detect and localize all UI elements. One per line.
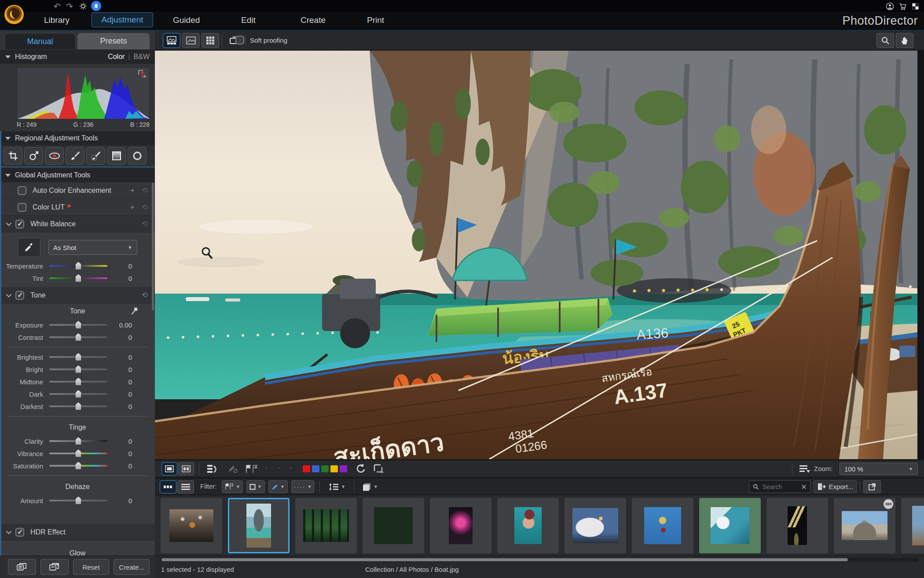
- thumbnail-neon-street[interactable]: [430, 498, 491, 553]
- hdr-effect-checkbox[interactable]: [15, 528, 24, 537]
- tone-header[interactable]: Tone ⟲: [0, 287, 155, 304]
- regional-tools-header[interactable]: Regional Adjustment Tools: [0, 131, 155, 145]
- color-tag-yellow[interactable]: [330, 465, 338, 472]
- tab-edit[interactable]: Edit: [241, 15, 256, 25]
- tab-print[interactable]: Print: [367, 15, 384, 25]
- grid-view-button[interactable]: [202, 33, 219, 48]
- reset-button[interactable]: Reset: [73, 559, 109, 575]
- tab-adjustment[interactable]: Adjustment: [92, 12, 153, 27]
- chevron-down-icon[interactable]: [6, 529, 12, 534]
- thumbnail-skateboarder[interactable]: [632, 498, 693, 553]
- slider-handle[interactable]: [76, 353, 81, 361]
- account-icon[interactable]: [884, 1, 895, 11]
- histogram-bw-toggle[interactable]: B&W: [134, 53, 150, 61]
- add-preset-icon[interactable]: +: [130, 203, 135, 212]
- slider-handle[interactable]: [76, 365, 81, 373]
- thumbnail-red-leaf[interactable]: [363, 498, 424, 553]
- collapse-triangle-icon[interactable]: [5, 174, 11, 177]
- viewer-with-filmstrip-button[interactable]: [163, 33, 180, 48]
- chevron-down-icon[interactable]: [6, 221, 12, 226]
- slider-handle[interactable]: [76, 437, 81, 445]
- apply-adjustments-list-icon[interactable]: [204, 462, 220, 475]
- color-lut-checkbox[interactable]: [18, 203, 26, 212]
- thumbnail-wave-green-tag[interactable]: [699, 498, 761, 553]
- thumbnail-rocket[interactable]: [565, 498, 626, 553]
- tab-library[interactable]: Library: [44, 15, 70, 25]
- notifications-bell-icon[interactable]: [91, 1, 101, 11]
- edit-pencil-icon[interactable]: [224, 462, 240, 475]
- flag-pick-reject-icon[interactable]: [244, 462, 260, 475]
- slider-handle[interactable]: [76, 274, 81, 282]
- tab-presets[interactable]: Presets: [77, 33, 150, 49]
- red-eye-tool-button[interactable]: [45, 147, 64, 165]
- search-input[interactable]: [762, 483, 799, 491]
- thumbnail-forest[interactable]: [295, 498, 357, 553]
- tone-checkbox[interactable]: [15, 291, 24, 300]
- scrollbar-thumb[interactable]: [161, 558, 848, 561]
- thumbnail-portrait[interactable]: [497, 498, 559, 553]
- display-options-icon[interactable]: [796, 462, 812, 475]
- zoom-tool-button[interactable]: [876, 33, 894, 48]
- panel-scrollbar[interactable]: [152, 183, 154, 310]
- thumbnail-view-button[interactable]: [160, 480, 176, 493]
- slider-handle[interactable]: [76, 378, 81, 385]
- clear-search-icon[interactable]: [801, 484, 807, 490]
- midtone-slider[interactable]: [49, 381, 107, 383]
- histogram-header[interactable]: Histogram Color | B&W: [0, 50, 155, 64]
- saturation-slider[interactable]: [49, 465, 107, 467]
- copy-adjustments-button[interactable]: [8, 559, 36, 575]
- flag-filter-dropdown[interactable]: ▼: [222, 480, 243, 493]
- filmstrip-scrollbar[interactable]: [161, 558, 918, 562]
- exposure-slider[interactable]: [49, 324, 107, 326]
- slider-handle[interactable]: [76, 262, 81, 269]
- tab-manual[interactable]: Manual: [4, 33, 76, 49]
- rating-filter-dropdown[interactable]: ···· ▼: [291, 480, 314, 493]
- copy-adjustments-add-button[interactable]: [40, 559, 69, 575]
- thumbnail-panorama[interactable]: 360: [834, 498, 895, 553]
- color-tag-red[interactable]: [303, 465, 310, 472]
- white-balance-header[interactable]: White Balance ⟲: [0, 216, 155, 232]
- open-in-new-window-icon[interactable]: [863, 480, 881, 493]
- masking-brush-tool-button[interactable]: [86, 147, 105, 165]
- viewer-only-button[interactable]: [182, 33, 200, 48]
- white-balance-preset-dropdown[interactable]: As Shot▼: [48, 240, 137, 255]
- slider-handle[interactable]: [76, 449, 81, 457]
- crop-tool-button[interactable]: [4, 147, 22, 165]
- histogram-canvas[interactable]: [17, 67, 150, 119]
- color-tag-blue[interactable]: [312, 465, 319, 472]
- soft-proofing-checkbox[interactable]: [235, 36, 244, 44]
- hand-pan-tool-button[interactable]: [896, 33, 913, 48]
- shopping-cart-icon[interactable]: [897, 1, 908, 11]
- collapse-triangle-icon[interactable]: [5, 137, 11, 140]
- stack-photos-dropdown[interactable]: ▼: [358, 480, 382, 493]
- reset-section-icon[interactable]: ⟲: [142, 291, 148, 300]
- slider-handle[interactable]: [76, 390, 81, 398]
- white-balance-checkbox[interactable]: [15, 220, 24, 228]
- pin-icon[interactable]: [130, 306, 139, 317]
- brightest-slider[interactable]: [49, 356, 107, 358]
- photo-canvas[interactable]: น้องริน A136 5752-04616 จำนวนผู้โดยสาร 1…: [155, 51, 917, 459]
- slider-handle[interactable]: [76, 321, 81, 328]
- thumbnail-boat-selected[interactable]: [228, 498, 290, 553]
- chevron-down-icon[interactable]: [6, 292, 12, 298]
- hdr-effect-header[interactable]: HDR Effect: [0, 524, 155, 541]
- slider-handle[interactable]: [76, 402, 81, 410]
- rotate-left-icon[interactable]: [353, 462, 369, 475]
- contrast-slider[interactable]: [49, 336, 107, 338]
- proof-warning-icon[interactable]: [371, 462, 387, 475]
- slider-handle[interactable]: [76, 462, 81, 469]
- sort-order-dropdown[interactable]: ▼: [325, 480, 349, 493]
- clipping-indicator-icon[interactable]: [138, 70, 147, 78]
- dark-slider[interactable]: [49, 393, 107, 395]
- tint-slider[interactable]: [49, 277, 107, 279]
- list-view-button[interactable]: [177, 480, 194, 493]
- histogram-color-toggle[interactable]: Color: [108, 53, 125, 61]
- export-button[interactable]: Export...: [814, 480, 857, 493]
- thumbnail-dark-window[interactable]: [766, 498, 828, 553]
- vibrance-slider[interactable]: [49, 453, 107, 454]
- auto-color-checkbox[interactable]: [18, 186, 26, 195]
- search-box[interactable]: [749, 480, 810, 493]
- thumbnail-clipped[interactable]: [901, 498, 924, 553]
- dehaze-amount-slider[interactable]: [49, 500, 107, 501]
- single-view-button[interactable]: [161, 462, 177, 475]
